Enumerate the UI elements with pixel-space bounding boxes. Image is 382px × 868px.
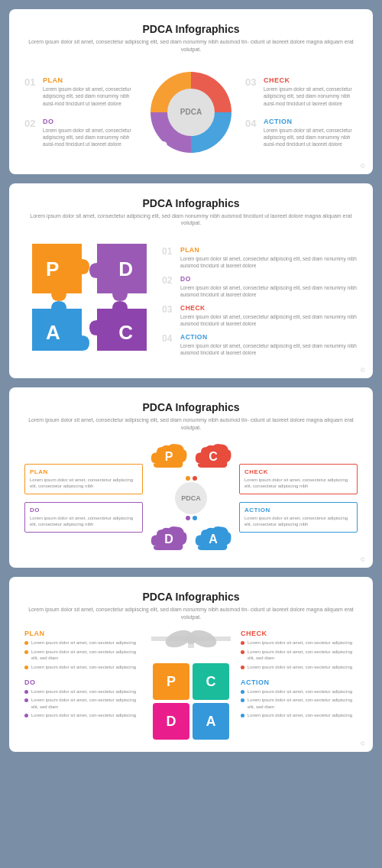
- c3-label-plan: PLAN: [30, 468, 138, 475]
- dot-check: [193, 476, 197, 481]
- gift-ribbon-area: [151, 630, 231, 651]
- card1-item-action: 04 ACTION Lorem ipsum dolor sit amet, co…: [245, 118, 358, 147]
- c4-bullet-plan-2: Lorem ipsum dolor sit amet, con-sectetur…: [24, 649, 141, 662]
- c4-title-do: DO: [24, 679, 141, 686]
- c3-text-do: Lorem ipsum dolor sit amet, consectetur …: [30, 515, 138, 528]
- item-num-check: 03: [245, 76, 259, 88]
- card3-body: PLAN Lorem ipsum dolor sit amet, consect…: [24, 441, 358, 555]
- cloud-letter-d: D: [164, 533, 173, 546]
- c4-bullet-check-2: Lorem ipsum dolor sit amet, con-sectetur…: [241, 649, 358, 662]
- gift-cell-a: A: [193, 703, 229, 740]
- watermark-3: ©: [361, 556, 365, 563]
- card1-body: 01 PLAN Lorem ipsum dolor sit amet, cons…: [24, 63, 358, 162]
- c2-label-plan: PLAN: [180, 246, 358, 254]
- c3-text-plan: Lorem ipsum dolor sit amet, consectetur …: [30, 477, 138, 490]
- card2-item-check: 03 CHECK Lorem ipsum dolor sit amet, con…: [162, 304, 358, 327]
- card4-section-action: ACTION Lorem ipsum dolor sit amet, con-s…: [241, 679, 358, 721]
- seg-letter-p: P: [160, 73, 167, 86]
- c2-text-plan: Lorem ipsum dolor sit amet, consectetur …: [180, 255, 358, 269]
- cloud-d: D: [149, 523, 189, 555]
- seg-letter-c: C: [218, 73, 225, 86]
- item-label-plan: PLAN: [43, 76, 137, 84]
- c3-box-plan: PLAN Lorem ipsum dolor sit amet, consect…: [24, 464, 143, 494]
- puzzle-container: P D A C: [24, 236, 154, 366]
- puzzle-p: P: [46, 257, 59, 281]
- card4-section-check: CHECK Lorem ipsum dolor sit amet, con-se…: [241, 630, 358, 672]
- card4-body: PLAN Lorem ipsum dolor sit amet, con-sec…: [24, 630, 358, 740]
- card4-left: PLAN Lorem ipsum dolor sit amet, con-sec…: [24, 630, 141, 740]
- card4-center: P C D A: [149, 630, 233, 740]
- c3-box-do: DO Lorem ipsum dolor sit amet, consectet…: [24, 502, 143, 533]
- cloud-a: A: [193, 523, 233, 555]
- c4-dot-check-2: [241, 650, 244, 654]
- item-text-do: Lorem ipsum dolor sit amet, consectetur …: [43, 127, 137, 147]
- cloud-row-bottom: D A: [149, 523, 233, 555]
- card2-body: P D A C 01 PLAN Lorem ipsum dolor sit am…: [24, 236, 358, 366]
- card-2: PDCA Infographics Lorem ipsum dolor sit …: [9, 183, 373, 379]
- dots-bottom: [186, 516, 197, 520]
- c4-dot-action-2: [241, 698, 244, 702]
- item-label-action: ACTION: [264, 118, 358, 125]
- pdca-wheel: PDCA P C D A: [141, 63, 241, 162]
- card2-item-action: 04 ACTION Lorem ipsum dolor sit amet, co…: [162, 333, 358, 356]
- watermark-4: ©: [361, 740, 365, 747]
- item-text-check: Lorem ipsum dolor sit amet, consectetur …: [264, 86, 358, 106]
- c2-text-check: Lorem ipsum dolor sit amet, consectetur …: [180, 313, 358, 327]
- card1-item-do: 02 DO Lorem ipsum dolor sit amet, consec…: [24, 118, 137, 147]
- c4-title-plan: PLAN: [24, 630, 141, 637]
- cloud-letter-a: A: [209, 533, 218, 546]
- c4-title-action: ACTION: [241, 679, 358, 686]
- dots-top: [186, 476, 197, 481]
- item-label-check: CHECK: [264, 76, 358, 84]
- card3-title: PDCA Infographics: [24, 401, 358, 413]
- card2-list: 01 PLAN Lorem ipsum dolor sit amet, cons…: [162, 246, 358, 357]
- c4-dot-plan-2: [24, 650, 28, 654]
- card-3: PDCA Infographics Lorem ipsum dolor sit …: [9, 387, 373, 568]
- card1-left: 01 PLAN Lorem ipsum dolor sit amet, cons…: [24, 76, 137, 147]
- c4-bullet-do-3: Lorem ipsum dolor sit amet, con-sectetur…: [24, 712, 141, 718]
- c2-label-check: CHECK: [180, 304, 358, 312]
- c4-dot-do-2: [24, 698, 28, 702]
- card1-right: 03 CHECK Lorem ipsum dolor sit amet, con…: [245, 76, 358, 147]
- c3-label-action: ACTION: [244, 507, 352, 513]
- cloud-c: C: [193, 441, 233, 473]
- item-num-plan: 01: [24, 76, 38, 88]
- card4-section-do: DO Lorem ipsum dolor sit amet, con-secte…: [24, 679, 141, 721]
- card4-subtitle: Lorem ipsum dolor sit amet, consectetur …: [24, 606, 358, 621]
- gift-cell-c: C: [193, 663, 229, 700]
- c4-title-check: CHECK: [241, 630, 358, 637]
- card4-section-plan: PLAN Lorem ipsum dolor sit amet, con-sec…: [24, 630, 141, 672]
- c4-dot-action-3: [241, 714, 244, 717]
- seg-letter-d: D: [160, 139, 167, 151]
- card3-left: PLAN Lorem ipsum dolor sit amet, consect…: [24, 464, 143, 533]
- item-text-action: Lorem ipsum dolor sit amet, consectetur …: [264, 127, 358, 147]
- card2-item-do: 02 DO Lorem ipsum dolor sit amet, consec…: [162, 275, 358, 298]
- card1-item-check: 03 CHECK Lorem ipsum dolor sit amet, con…: [245, 76, 358, 106]
- c4-dot-plan-3: [24, 666, 28, 669]
- puzzle-a: A: [46, 321, 60, 345]
- c4-bullet-do-2: Lorem ipsum dolor sit amet, con-sectetur…: [24, 697, 141, 710]
- card-1: PDCA Infographics Lorem ipsum dolor sit …: [9, 9, 373, 174]
- c4-dot-do-3: [24, 714, 28, 717]
- cloud-letter-c: C: [209, 450, 218, 464]
- c4-dot-plan-1: [24, 641, 28, 645]
- card3-center: P C PDCA: [149, 441, 233, 555]
- card-4: PDCA Infographics Lorem ipsum dolor sit …: [9, 577, 373, 753]
- c4-bullet-do-1: Lorem ipsum dolor sit amet, con-sectetur…: [24, 688, 141, 695]
- card1-title: PDCA Infographics: [24, 23, 358, 35]
- c2-text-do: Lorem ipsum dolor sit amet, consectetur …: [180, 284, 358, 298]
- pdca-center-3: PDCA: [175, 482, 207, 514]
- c2-label-do: DO: [180, 275, 358, 283]
- item-text-plan: Lorem ipsum dolor sit amet, consectetur …: [43, 86, 137, 106]
- svg-rect-4: [151, 636, 231, 641]
- cloud-letter-p: P: [165, 450, 173, 464]
- gift-grid: P C D A: [153, 663, 229, 740]
- c3-text-check: Lorem ipsum dolor sit amet, consectetur …: [244, 477, 352, 490]
- c3-label-check: CHECK: [244, 468, 352, 475]
- c3-text-action: Lorem ipsum dolor sit amet, consectetur …: [244, 515, 352, 528]
- card4-title: PDCA Infographics: [24, 591, 358, 603]
- c4-dot-check-1: [241, 641, 244, 645]
- c4-dot-do-1: [24, 690, 28, 694]
- c3-box-check: CHECK Lorem ipsum dolor sit amet, consec…: [239, 464, 358, 494]
- watermark-2: ©: [361, 367, 365, 374]
